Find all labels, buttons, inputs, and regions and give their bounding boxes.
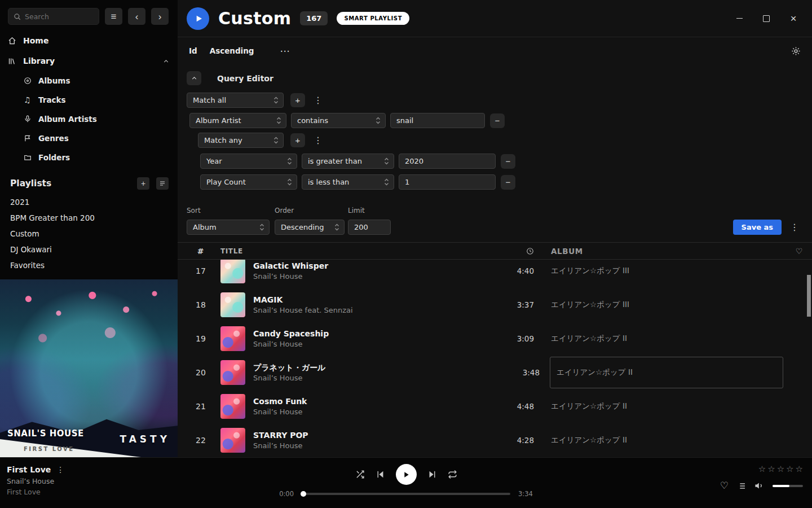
track-album[interactable]: エイリアン☆ポップ II xyxy=(550,357,783,388)
close-button[interactable]: × xyxy=(788,14,798,24)
now-playing-artwork[interactable]: SNAIL'S HOUSE FIRST LOVE TASTY xyxy=(0,279,178,457)
page-title: Custom xyxy=(218,8,291,28)
maximize-button[interactable] xyxy=(761,14,771,24)
now-playing-options-button[interactable]: ⋮ xyxy=(56,465,64,474)
column-header-duration[interactable] xyxy=(489,247,534,255)
scrollbar-thumb[interactable] xyxy=(807,275,811,317)
sidebar: ≡ ‹ › Home Library Albums ♫ Tracks xyxy=(0,0,178,457)
column-header-title[interactable]: TITLE xyxy=(220,247,489,255)
table-row[interactable]: 22STARRY POPSnail’s House4:28エイリアン☆ポップ I… xyxy=(178,423,812,457)
rule-field-select[interactable]: Album Artist xyxy=(189,113,286,128)
playlist-item[interactable]: DJ Okawari xyxy=(0,242,178,257)
sidebar-item-albums[interactable]: Albums xyxy=(0,71,178,90)
query-editor-title: Query Editor xyxy=(217,74,273,83)
match-type-select[interactable]: Match all xyxy=(187,93,284,108)
group-rule-field-select[interactable]: Play Count xyxy=(200,174,297,190)
table-row[interactable]: 21Cosmo FunkSnail’s House4:48エイリアン☆ポップ I… xyxy=(178,389,812,423)
sidebar-item-genres[interactable]: Genres xyxy=(0,129,178,148)
sidebar-item-tracks[interactable]: ♫ Tracks xyxy=(0,90,178,110)
column-header-favorite[interactable]: ♡ xyxy=(783,247,803,255)
toolbar-more-button[interactable]: ⋯ xyxy=(280,45,290,57)
volume-button[interactable] xyxy=(754,481,764,491)
search-input[interactable] xyxy=(8,8,99,25)
favorite-button[interactable]: ♡ xyxy=(720,481,729,491)
queue-icon xyxy=(737,481,746,491)
star-icon[interactable]: ☆ xyxy=(777,465,784,474)
rule-value-input[interactable] xyxy=(390,113,485,128)
group-rule-operator-select[interactable]: is greater than xyxy=(302,154,394,169)
artwork-watermark: TASTY xyxy=(120,433,170,445)
seek-knob[interactable] xyxy=(301,491,306,497)
save-options-button[interactable]: ⋮ xyxy=(788,222,801,233)
sidebar-item-home[interactable]: Home xyxy=(0,30,178,51)
menu-button[interactable]: ≡ xyxy=(105,8,122,25)
group-rule-operator-select[interactable]: is less than xyxy=(302,174,394,190)
nav-forward-button[interactable]: › xyxy=(151,8,169,25)
table-row[interactable]: 17Galactic WhisperSnail’s House4:40エイリアン… xyxy=(178,260,812,288)
playlist-item[interactable]: Favorites xyxy=(0,257,178,273)
select-arrows-icon xyxy=(273,136,279,144)
track-duration: 4:40 xyxy=(489,266,534,275)
group-rule-value-input[interactable] xyxy=(399,154,496,169)
play-playlist-button[interactable] xyxy=(187,7,209,30)
query-editor-collapse-button[interactable] xyxy=(187,71,201,85)
group-rule-value-input[interactable] xyxy=(399,174,496,190)
now-playing-album[interactable]: First Love xyxy=(7,488,64,496)
volume-slider[interactable] xyxy=(773,485,803,487)
track-artist: Snail’s House xyxy=(253,441,489,451)
sidebar-item-album-artists[interactable]: Album Artists xyxy=(0,110,178,129)
next-button[interactable] xyxy=(427,470,437,479)
chevron-up-icon[interactable] xyxy=(162,58,170,65)
query-sort-select[interactable]: Album xyxy=(187,220,270,235)
playlist-item[interactable]: Custom xyxy=(0,226,178,242)
seek-slider[interactable] xyxy=(302,493,510,495)
track-artwork xyxy=(220,260,245,283)
sidebar-item-library[interactable]: Library xyxy=(0,51,178,71)
add-rule-button[interactable]: + xyxy=(290,93,305,107)
star-icon[interactable]: ☆ xyxy=(767,465,775,474)
select-arrows-icon xyxy=(334,223,339,231)
track-number: 22 xyxy=(187,436,215,445)
remove-group-rule-button[interactable]: − xyxy=(501,175,515,190)
repeat-button[interactable] xyxy=(448,470,457,479)
table-row[interactable]: 18MAGIKSnail’s House feat. Sennzai3:37エイ… xyxy=(178,288,812,322)
playlist-item[interactable]: 2021 xyxy=(0,194,178,210)
playlist-item[interactable]: BPM Greater than 200 xyxy=(0,210,178,226)
table-row[interactable]: 20プラネット・ガールSnail’s House3:48エイリアン☆ポップ II xyxy=(178,356,812,389)
now-playing-title[interactable]: First Love xyxy=(7,465,51,474)
secondary-controls: ☆☆☆☆☆ ♡ xyxy=(720,465,803,491)
nav-back-button[interactable]: ‹ xyxy=(128,8,145,25)
add-group-rule-button[interactable]: + xyxy=(290,133,305,147)
rule-group-options-button[interactable]: ⋮ xyxy=(312,95,324,106)
minimize-button[interactable] xyxy=(734,14,744,24)
sort-direction-control[interactable]: Ascending xyxy=(210,46,254,55)
previous-button[interactable] xyxy=(376,470,385,479)
save-as-button[interactable]: Save as xyxy=(733,220,782,235)
search-field[interactable] xyxy=(25,12,94,21)
sort-by-control[interactable]: Id xyxy=(189,46,197,55)
shuffle-button[interactable] xyxy=(355,470,365,479)
select-arrows-icon xyxy=(376,116,381,125)
rule-operator-select[interactable]: contains xyxy=(291,113,386,128)
group-match-type-select[interactable]: Match any xyxy=(198,133,284,148)
queue-button[interactable] xyxy=(737,481,746,491)
playlist-list-options-button[interactable] xyxy=(156,177,169,190)
remove-group-rule-button[interactable]: − xyxy=(501,154,515,169)
star-icon[interactable]: ☆ xyxy=(758,465,766,474)
remove-rule-button[interactable]: − xyxy=(490,113,505,128)
star-icon[interactable]: ☆ xyxy=(796,465,803,474)
add-playlist-button[interactable]: + xyxy=(137,177,149,190)
select-arrows-icon xyxy=(384,157,389,165)
sidebar-item-folders[interactable]: Folders xyxy=(0,148,178,167)
query-order-select[interactable]: Descending xyxy=(275,220,345,235)
now-playing-artist[interactable]: Snail’s House xyxy=(7,477,64,485)
column-header-album[interactable]: ALBUM xyxy=(551,247,783,256)
group-rule-field-select[interactable]: Year xyxy=(200,154,297,169)
settings-gear-button[interactable] xyxy=(791,46,801,56)
star-icon[interactable]: ☆ xyxy=(786,465,793,474)
query-limit-input[interactable] xyxy=(348,220,391,235)
table-row[interactable]: 19Candy SpaceshipSnail’s House3:09エイリアン☆… xyxy=(178,322,812,356)
select-arrows-icon xyxy=(384,178,389,186)
play-pause-button[interactable] xyxy=(396,464,417,485)
group-options-button[interactable]: ⋮ xyxy=(312,135,324,146)
